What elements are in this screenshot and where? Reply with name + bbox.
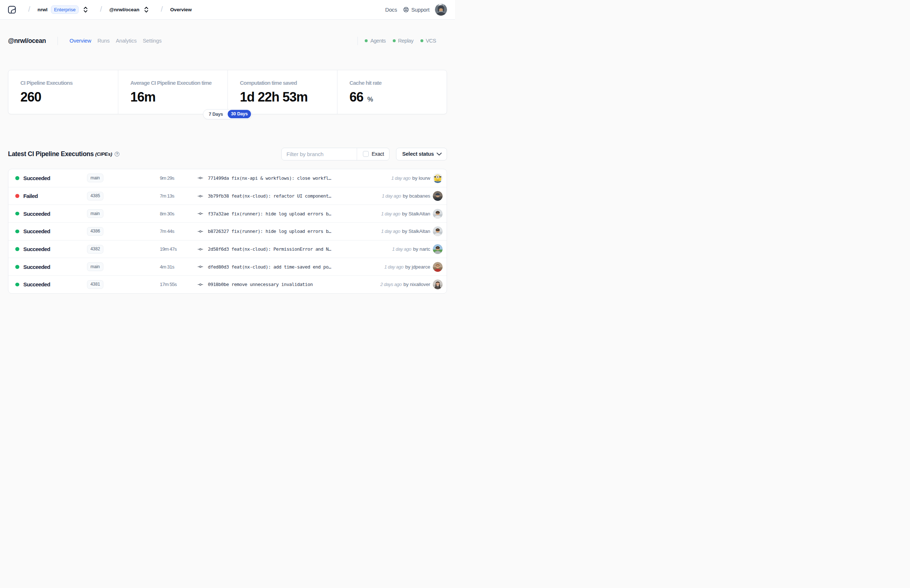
git-commit-icon bbox=[198, 283, 203, 286]
divider bbox=[357, 37, 358, 45]
tab-runs[interactable]: Runs bbox=[97, 38, 110, 44]
run-time-ago: 2 days ago bbox=[380, 282, 402, 287]
author-avatar bbox=[433, 244, 443, 254]
stat-value: 16m bbox=[130, 90, 155, 104]
git-commit-icon bbox=[198, 229, 203, 233]
run-time-ago: 1 day ago bbox=[381, 211, 401, 216]
workspace-toolbar: @nrwl/ocean Overview Runs Analytics Sett… bbox=[0, 33, 455, 49]
table-row[interactable]: Succeeded main 9m 29s 771499da fix(nx-ap… bbox=[8, 169, 447, 187]
branch-filter-input[interactable] bbox=[282, 148, 357, 160]
support-label[interactable]: Support bbox=[411, 7, 430, 13]
commit-cell: 0918b0be remove unnecessary invalidation bbox=[198, 282, 380, 287]
meta-cell: 1 day ago by StalkAltan bbox=[381, 209, 443, 219]
breadcrumb-workspace[interactable]: @nrwl/ocean bbox=[109, 7, 139, 12]
run-status: Succeeded bbox=[23, 246, 50, 252]
stat-computation-time-saved: Computation time saved 1d 22h 53m bbox=[228, 70, 337, 114]
run-status: Succeeded bbox=[23, 175, 50, 181]
table-row[interactable]: Succeeded 4382 19m 47s 2d58f6d3 feat(nx-… bbox=[8, 240, 447, 258]
status-select[interactable]: Select status bbox=[396, 148, 447, 160]
help-icon[interactable]: ? bbox=[115, 152, 120, 157]
table-row[interactable]: Succeeded 4381 17m 55s 0918b0be remove u… bbox=[8, 275, 447, 293]
status-dot-icon bbox=[15, 247, 19, 251]
table-row[interactable]: Succeeded main 4m 31s dfed80d3 feat(nx-c… bbox=[8, 258, 447, 275]
status-dot-icon bbox=[15, 265, 19, 269]
list-controls: Exact Select status bbox=[281, 148, 447, 160]
top-header: / nrwl Enterprise / @nrwl/ocean / Overvi… bbox=[0, 0, 455, 19]
stat-value-row: 16m bbox=[130, 90, 222, 104]
breadcrumb-page[interactable]: Overview bbox=[170, 7, 191, 12]
run-duration: 9m 29s bbox=[160, 175, 198, 181]
author-avatar bbox=[433, 262, 443, 272]
exact-checkbox[interactable] bbox=[363, 151, 369, 157]
support-link[interactable]: Support bbox=[403, 6, 430, 13]
commit-message: 2d58f6d3 feat(nx-cloud): PermissionError… bbox=[208, 246, 331, 252]
status-dot-icon bbox=[15, 283, 19, 287]
meta-cell: 1 day ago by StalkAltan bbox=[381, 226, 443, 236]
workspace-switcher-chevrons-icon[interactable] bbox=[144, 6, 149, 13]
run-author: by nartc bbox=[413, 246, 430, 252]
commit-cell: 2d58f6d3 feat(nx-cloud): PermissionError… bbox=[198, 246, 392, 252]
status-vcs[interactable]: VCS bbox=[420, 38, 436, 44]
status-dot-icon bbox=[15, 194, 19, 198]
status-cell: Failed bbox=[15, 193, 87, 199]
tab-settings[interactable]: Settings bbox=[143, 38, 162, 44]
status-replay[interactable]: Replay bbox=[393, 38, 414, 44]
stat-value: 1d 22h 53m bbox=[240, 90, 307, 104]
run-time-ago: 1 day ago bbox=[385, 264, 404, 270]
commit-cell: b8726327 fix(runner): hide log upload er… bbox=[198, 228, 381, 234]
stat-average-execution-time: Average CI Pipeline Execution time 16m bbox=[118, 70, 228, 114]
run-duration: 8m 30s bbox=[160, 211, 198, 216]
run-status: Succeeded bbox=[23, 281, 50, 288]
author-avatar bbox=[433, 226, 443, 236]
meta-cell: 1 day ago by nartc bbox=[392, 244, 443, 254]
table-row[interactable]: Succeeded main 8m 30s f37a32ae fix(runne… bbox=[8, 205, 447, 222]
branch-badge: main bbox=[87, 174, 103, 182]
user-avatar[interactable] bbox=[435, 4, 447, 16]
meta-cell: 1 day ago by jdpearce bbox=[385, 262, 443, 272]
branch-badge: 4386 bbox=[87, 227, 103, 236]
stat-cache-hit-rate: Cache hit rate 66 % bbox=[337, 70, 447, 114]
green-status-dot-icon bbox=[365, 39, 368, 42]
commit-message: 0918b0be remove unnecessary invalidation bbox=[208, 282, 313, 287]
status-cell: Succeeded bbox=[15, 228, 87, 234]
run-duration: 7m 13s bbox=[160, 193, 198, 199]
meta-cell: 1 day ago by lourw bbox=[391, 173, 443, 183]
breadcrumb-org[interactable]: nrwl bbox=[37, 7, 47, 12]
git-commit-icon bbox=[198, 212, 203, 215]
org-switcher-chevrons-icon[interactable] bbox=[83, 6, 88, 13]
breadcrumb-slash: / bbox=[100, 5, 102, 13]
range-7-days[interactable]: 7 Days bbox=[204, 110, 228, 118]
range-30-days[interactable]: 30 Days bbox=[228, 110, 251, 118]
tab-overview[interactable]: Overview bbox=[70, 38, 91, 44]
run-time-ago: 1 day ago bbox=[382, 193, 401, 199]
stat-value-row: 66 % bbox=[349, 90, 441, 104]
branch-filter-group: Exact bbox=[281, 148, 390, 160]
git-commit-icon bbox=[198, 265, 203, 268]
run-author: by nixallover bbox=[403, 282, 430, 287]
stat-value-suffix: % bbox=[367, 96, 373, 103]
commit-cell: 771499da fix(nx-api & workflows): close … bbox=[198, 175, 391, 181]
list-header: Latest CI Pipeline Executions (CIPEs) ? … bbox=[8, 148, 447, 160]
table-row[interactable]: Failed 4385 7m 13s 3b79fb38 feat(nx-clou… bbox=[8, 187, 447, 205]
table-row[interactable]: Succeeded 4386 7m 44s b8726327 fix(runne… bbox=[8, 222, 447, 240]
status-dot-icon bbox=[15, 229, 19, 234]
life-buoy-icon bbox=[403, 6, 409, 13]
meta-cell: 1 day ago by bcabanes bbox=[382, 191, 443, 201]
run-duration: 17m 55s bbox=[160, 282, 198, 287]
cipe-table: Succeeded main 9m 29s 771499da fix(nx-ap… bbox=[8, 169, 447, 294]
divider bbox=[58, 37, 58, 45]
status-cell: Succeeded bbox=[15, 264, 87, 270]
run-author: by StalkAltan bbox=[402, 211, 431, 216]
exact-label: Exact bbox=[372, 151, 384, 157]
tab-analytics[interactable]: Analytics bbox=[116, 38, 136, 44]
nx-cloud-logo-icon[interactable] bbox=[8, 6, 16, 14]
enterprise-badge: Enterprise bbox=[51, 5, 78, 14]
exact-toggle: Exact bbox=[357, 148, 389, 160]
run-time-ago: 1 day ago bbox=[391, 175, 411, 181]
status-agents[interactable]: Agents bbox=[365, 38, 385, 44]
run-author: by lourw bbox=[412, 175, 430, 181]
list-title: Latest CI Pipeline Executions bbox=[8, 150, 94, 158]
status-dot-icon bbox=[15, 176, 19, 180]
docs-link[interactable]: Docs bbox=[385, 7, 397, 13]
stats-section: CI Pipeline Executions 260 Average CI Pi… bbox=[8, 70, 447, 114]
